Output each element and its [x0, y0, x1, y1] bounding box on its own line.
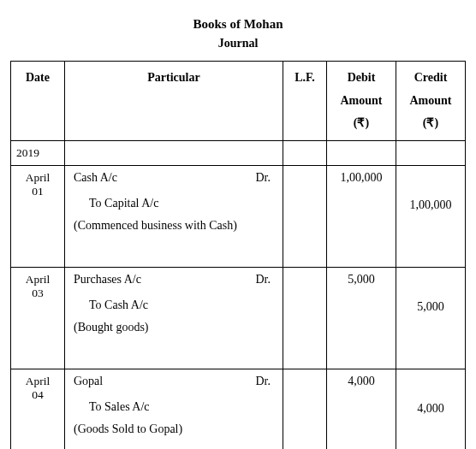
journal-table: Date Particular L.F. Debit Amount (₹) Cr… — [10, 61, 466, 449]
debit-amount: 4,000 — [348, 375, 375, 387]
col-credit-l1: Credit — [414, 71, 448, 84]
credit-amount: 4,000 — [417, 402, 444, 415]
journal-subtitle: Journal — [10, 37, 466, 50]
year-cell: 2019 — [11, 140, 65, 165]
entry-date-day: 03 — [32, 287, 44, 299]
entry-date-month: April — [26, 171, 51, 184]
col-lf: L.F. — [283, 62, 327, 141]
cr-account: To Sales A/c — [74, 400, 276, 414]
col-debit-l1: Debit — [348, 71, 376, 84]
col-date: Date — [11, 62, 65, 141]
table-row: April 03 Purchases A/c Dr. To Cash A/c (… — [11, 267, 466, 369]
dr-account: Gopal — [74, 375, 103, 388]
narration: (Goods Sold to Gopal) — [74, 422, 276, 436]
col-debit-l3: (₹) — [354, 116, 369, 129]
dr-mark: Dr. — [256, 273, 277, 287]
dr-mark: Dr. — [256, 375, 277, 388]
entry-date-month: April — [26, 375, 51, 387]
cr-account: To Cash A/c — [74, 298, 276, 312]
cr-account: To Capital A/c — [74, 197, 276, 210]
col-credit-l3: (₹) — [423, 116, 438, 129]
col-debit-l2: Amount — [340, 94, 382, 107]
header-row: Date Particular L.F. Debit Amount (₹) Cr… — [11, 62, 466, 141]
debit-amount: 5,000 — [348, 273, 375, 286]
credit-amount: 1,00,000 — [410, 198, 452, 211]
narration: (Commenced business with Cash) — [74, 219, 276, 233]
dr-account: Purchases A/c — [74, 273, 141, 287]
book-title: Books of Mohan — [10, 17, 466, 32]
debit-amount: 1,00,000 — [341, 171, 383, 184]
entry-date-day: 01 — [32, 185, 44, 198]
year-row: 2019 — [11, 140, 466, 165]
col-credit: Credit Amount (₹) — [396, 62, 466, 141]
table-row: April 01 Cash A/c Dr. To Capital A/c (Co… — [11, 165, 466, 267]
dr-mark: Dr. — [256, 171, 277, 185]
table-row: April 04 Gopal Dr. To Sales A/c (Goods S… — [11, 369, 466, 449]
entry-date-day: 04 — [32, 388, 44, 401]
entry-date-month: April — [26, 273, 51, 286]
credit-amount: 5,000 — [417, 300, 444, 313]
col-debit: Debit Amount (₹) — [327, 62, 396, 141]
col-particular: Particular — [65, 62, 283, 141]
narration: (Bought goods) — [74, 321, 276, 334]
dr-account: Cash A/c — [74, 171, 117, 185]
col-credit-l2: Amount — [409, 94, 451, 107]
